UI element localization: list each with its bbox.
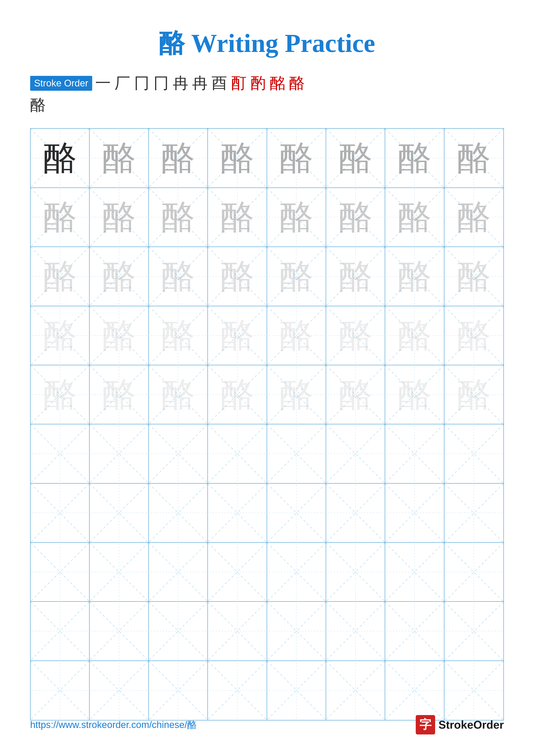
cell-3-3[interactable]: 酪 bbox=[149, 247, 208, 306]
cell-5-5[interactable]: 酪 bbox=[267, 365, 326, 424]
cell-2-4[interactable]: 酪 bbox=[208, 188, 267, 247]
cell-6-4[interactable] bbox=[208, 424, 267, 483]
char-guide: 酪 bbox=[43, 319, 77, 352]
cell-7-4[interactable] bbox=[208, 484, 267, 543]
cell-1-6[interactable]: 酪 bbox=[326, 129, 385, 188]
svg-line-151 bbox=[208, 661, 267, 719]
cell-6-5[interactable] bbox=[267, 424, 326, 483]
cell-8-6[interactable] bbox=[326, 543, 385, 602]
cell-10-4[interactable] bbox=[208, 661, 267, 720]
cell-9-6[interactable] bbox=[326, 602, 385, 661]
cell-8-4[interactable] bbox=[208, 543, 267, 602]
cell-10-8[interactable] bbox=[445, 661, 503, 720]
cell-6-1[interactable] bbox=[31, 424, 89, 483]
cell-7-8[interactable] bbox=[445, 484, 503, 543]
cell-5-2[interactable]: 酪 bbox=[89, 365, 149, 424]
cell-7-5[interactable] bbox=[267, 484, 326, 543]
cell-1-5[interactable]: 酪 bbox=[267, 129, 326, 188]
char-guide: 酪 bbox=[161, 319, 195, 352]
cell-4-6[interactable]: 酪 bbox=[326, 306, 385, 365]
cell-2-8[interactable]: 酪 bbox=[445, 188, 503, 247]
cell-10-2[interactable] bbox=[89, 661, 149, 720]
cell-10-6[interactable] bbox=[326, 661, 385, 720]
cell-8-8[interactable] bbox=[445, 543, 503, 602]
cell-3-2[interactable]: 酪 bbox=[89, 247, 149, 306]
cell-3-4[interactable]: 酪 bbox=[208, 247, 267, 306]
cell-5-3[interactable]: 酪 bbox=[149, 365, 208, 424]
footer-url-link[interactable]: https://www.strokeorder.com/chinese/酪 bbox=[30, 718, 197, 731]
cell-10-7[interactable] bbox=[385, 661, 444, 720]
cell-1-7[interactable]: 酪 bbox=[385, 129, 444, 188]
cell-7-6[interactable] bbox=[326, 484, 385, 543]
svg-line-133 bbox=[149, 602, 207, 660]
cell-2-6[interactable]: 酪 bbox=[326, 188, 385, 247]
char-guide: 酪 bbox=[457, 201, 491, 234]
cell-8-2[interactable] bbox=[89, 543, 149, 602]
cell-2-3[interactable]: 酪 bbox=[149, 188, 208, 247]
cell-1-4[interactable]: 酪 bbox=[208, 129, 267, 188]
cell-2-1[interactable]: 酪 bbox=[31, 188, 89, 247]
cell-9-4[interactable] bbox=[208, 602, 267, 661]
cell-6-2[interactable] bbox=[89, 424, 149, 483]
cell-8-1[interactable] bbox=[31, 543, 89, 602]
cell-1-1[interactable]: 酪 bbox=[31, 129, 89, 188]
writing-grid[interactable]: 酪 酪 酪 酪 bbox=[30, 128, 504, 720]
cell-8-5[interactable] bbox=[267, 543, 326, 602]
cell-10-3[interactable] bbox=[149, 661, 208, 720]
cell-1-2[interactable]: 酪 bbox=[89, 129, 149, 188]
cell-5-6[interactable]: 酪 bbox=[326, 365, 385, 424]
cell-8-7[interactable] bbox=[385, 543, 444, 602]
svg-line-101 bbox=[149, 484, 207, 542]
cell-8-3[interactable] bbox=[149, 543, 208, 602]
cell-6-8[interactable] bbox=[445, 424, 503, 483]
cell-6-6[interactable] bbox=[326, 424, 385, 483]
cell-4-2[interactable]: 酪 bbox=[89, 306, 149, 365]
cell-4-5[interactable]: 酪 bbox=[267, 306, 326, 365]
cell-4-7[interactable]: 酪 bbox=[385, 306, 444, 365]
cell-4-8[interactable]: 酪 bbox=[445, 306, 503, 365]
cell-3-1[interactable]: 酪 bbox=[31, 247, 89, 306]
cell-2-5[interactable]: 酪 bbox=[267, 188, 326, 247]
cell-5-1[interactable]: 酪 bbox=[31, 365, 89, 424]
cell-2-7[interactable]: 酪 bbox=[385, 188, 444, 247]
svg-line-109 bbox=[385, 484, 444, 542]
svg-line-122 bbox=[326, 543, 385, 601]
cell-9-1[interactable] bbox=[31, 602, 89, 661]
cell-1-3[interactable]: 酪 bbox=[149, 129, 208, 188]
cell-3-7[interactable]: 酪 bbox=[385, 247, 444, 306]
cell-4-4[interactable]: 酪 bbox=[208, 306, 267, 365]
cell-3-5[interactable]: 酪 bbox=[267, 247, 326, 306]
cell-5-4[interactable]: 酪 bbox=[208, 365, 267, 424]
cell-5-7[interactable]: 酪 bbox=[385, 365, 444, 424]
svg-line-154 bbox=[326, 661, 385, 719]
cell-6-7[interactable] bbox=[385, 424, 444, 483]
char-guide: 酪 bbox=[457, 378, 491, 411]
char-guide: 酪 bbox=[398, 378, 431, 411]
cell-10-5[interactable] bbox=[267, 661, 326, 720]
cell-5-8[interactable]: 酪 bbox=[445, 365, 503, 424]
cell-7-3[interactable] bbox=[149, 484, 208, 543]
char-guide: 酪 bbox=[102, 319, 136, 352]
cell-6-3[interactable] bbox=[149, 424, 208, 483]
cell-9-5[interactable] bbox=[267, 602, 326, 661]
cell-7-2[interactable] bbox=[89, 484, 149, 543]
cell-3-8[interactable]: 酪 bbox=[445, 247, 503, 306]
cell-1-8[interactable]: 酪 bbox=[445, 129, 503, 188]
cell-9-2[interactable] bbox=[89, 602, 149, 661]
cell-3-6[interactable]: 酪 bbox=[326, 247, 385, 306]
cell-4-1[interactable]: 酪 bbox=[31, 306, 89, 365]
char-guide: 酪 bbox=[280, 378, 313, 411]
cell-10-1[interactable] bbox=[31, 661, 89, 720]
stroke-5: 冉 bbox=[173, 74, 188, 93]
char-guide: 酪 bbox=[102, 201, 136, 234]
cell-7-7[interactable] bbox=[385, 484, 444, 543]
svg-line-82 bbox=[89, 424, 148, 483]
svg-line-136 bbox=[267, 602, 326, 660]
cell-4-3[interactable]: 酪 bbox=[149, 306, 208, 365]
cell-9-7[interactable] bbox=[385, 602, 444, 661]
cell-9-3[interactable] bbox=[149, 602, 208, 661]
svg-line-97 bbox=[31, 484, 89, 542]
cell-9-8[interactable] bbox=[445, 602, 503, 661]
cell-2-2[interactable]: 酪 bbox=[89, 188, 149, 247]
cell-7-1[interactable] bbox=[31, 484, 89, 543]
